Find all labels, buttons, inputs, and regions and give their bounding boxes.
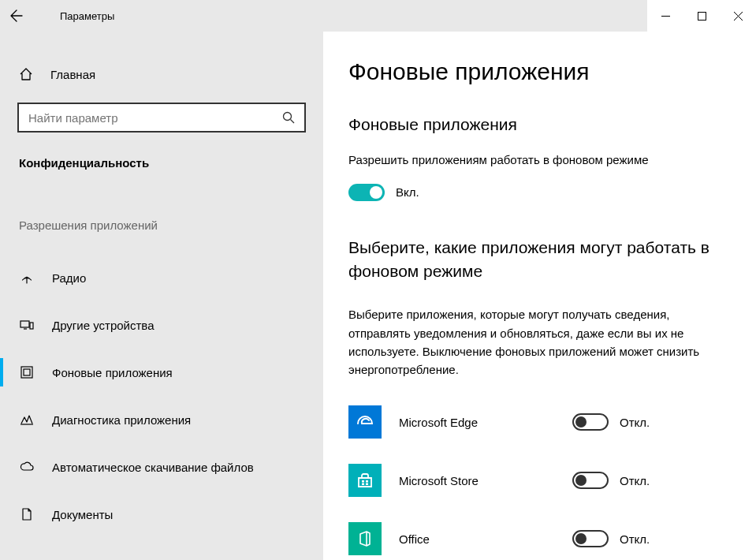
titlebar: Параметры (0, 0, 756, 32)
close-icon (734, 12, 743, 21)
app-row-office: Office Откл. (348, 510, 732, 560)
svg-rect-5 (24, 369, 30, 375)
svg-rect-2 (20, 321, 29, 327)
app-name: Microsoft Store (399, 474, 572, 487)
document-icon (19, 507, 35, 521)
svg-rect-4 (21, 367, 32, 378)
app-row-store: Microsoft Store Откл. (348, 451, 732, 510)
sidebar-item-label: Документы (52, 508, 113, 521)
section-choose-apps-heading: Выберите, какие приложения могут работат… (348, 236, 732, 284)
svg-rect-7 (366, 480, 368, 483)
section-background-apps-heading: Фоновые приложения (348, 115, 732, 134)
app-row-edge: Microsoft Edge Откл. (348, 393, 732, 451)
maximize-button[interactable] (683, 0, 720, 32)
maximize-icon (698, 12, 706, 21)
app-name: Microsoft Edge (399, 416, 572, 429)
sidebar-item-radio[interactable]: Радио (0, 254, 323, 301)
diagnostics-icon (19, 413, 35, 427)
app-toggle-edge[interactable] (572, 413, 609, 431)
sidebar-item-documents[interactable]: Документы (0, 491, 323, 538)
search-field[interactable] (28, 111, 282, 125)
sidebar-item-label: Другие устройства (52, 319, 154, 332)
svg-rect-0 (698, 12, 706, 20)
app-toggle-state: Откл. (620, 416, 650, 429)
app-toggle-store[interactable] (572, 472, 609, 489)
sidebar-subheading: Разрешения приложений (19, 218, 323, 232)
sidebar-item-label: Радио (52, 271, 86, 285)
search-input[interactable] (17, 103, 306, 133)
svg-rect-8 (362, 483, 364, 486)
home-icon (19, 67, 33, 81)
sidebar-item-other-devices[interactable]: Другие устройства (0, 301, 323, 349)
sidebar-item-label: Диагностика приложения (52, 413, 191, 427)
svg-point-1 (284, 113, 292, 121)
master-toggle[interactable] (348, 184, 385, 201)
minimize-icon (661, 12, 670, 21)
close-button[interactable] (720, 0, 756, 32)
allow-background-text: Разрешить приложениям работать в фоновом… (348, 151, 732, 170)
page-title: Фоновые приложения (348, 58, 732, 85)
back-button[interactable] (0, 0, 33, 32)
cloud-download-icon (19, 460, 35, 474)
edge-icon (348, 405, 382, 439)
store-icon (348, 464, 382, 497)
svg-rect-6 (362, 480, 364, 483)
home-button[interactable]: Главная (0, 57, 323, 91)
svg-rect-3 (30, 323, 33, 329)
choose-apps-description: Выберите приложения, которые могут получ… (348, 305, 719, 379)
background-apps-icon (19, 365, 35, 379)
master-toggle-state: Вкл. (396, 185, 419, 199)
devices-icon (19, 318, 35, 332)
sidebar-item-background-apps[interactable]: Фоновые приложения (0, 349, 323, 396)
sidebar-item-app-diagnostics[interactable]: Диагностика приложения (0, 396, 323, 443)
sidebar-item-label: Автоматическое скачивание файлов (52, 461, 254, 474)
svg-rect-9 (366, 483, 368, 486)
arrow-left-icon (10, 9, 23, 22)
office-icon (348, 522, 382, 555)
window-title: Параметры (60, 10, 114, 22)
app-toggle-state: Откл. (620, 474, 650, 487)
content-panel: Фоновые приложения Фоновые приложения Ра… (323, 32, 756, 560)
home-label: Главная (50, 68, 95, 81)
sidebar-item-label: Фоновые приложения (52, 366, 173, 379)
sidebar-item-auto-download[interactable]: Автоматическое скачивание файлов (0, 443, 323, 491)
minimize-button[interactable] (647, 0, 683, 32)
sidebar: Главная Конфиденциальность Разрешения пр… (0, 32, 323, 560)
app-toggle-state: Откл. (620, 532, 650, 546)
radio-icon (19, 271, 35, 285)
search-icon (282, 111, 295, 124)
app-toggle-office[interactable] (572, 530, 609, 547)
app-name: Office (399, 532, 572, 546)
sidebar-category: Конфиденциальность (19, 156, 323, 170)
